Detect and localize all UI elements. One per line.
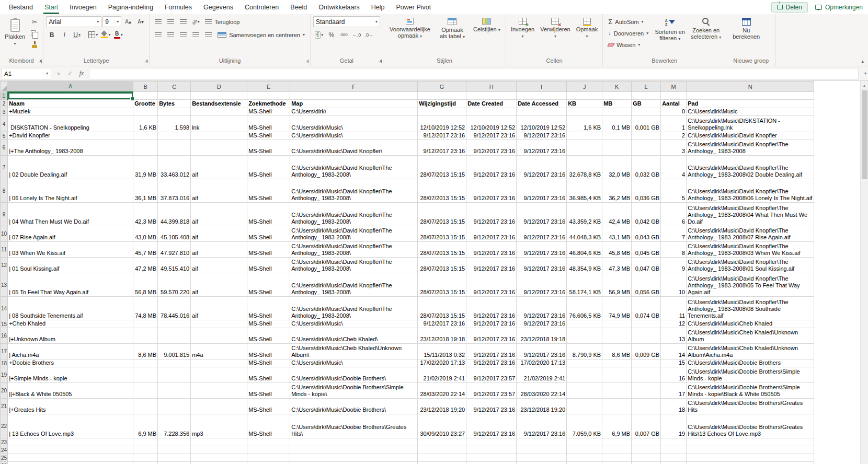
column-header-M[interactable]: M bbox=[661, 82, 687, 92]
cell-J17[interactable]: 8.790,9 KB bbox=[567, 344, 602, 359]
decrease-indent-button[interactable] bbox=[190, 29, 201, 40]
cell-E11[interactable]: MS-Shell bbox=[247, 242, 290, 258]
cell-J21[interactable] bbox=[567, 399, 602, 414]
cell-H15[interactable]: 9/12/2017 23:16 bbox=[466, 320, 517, 328]
cell-A1[interactable] bbox=[8, 92, 133, 100]
cell-K17[interactable]: 8,6 MB bbox=[602, 344, 632, 359]
cell-B7[interactable]: 31,9 MB bbox=[133, 156, 158, 179]
column-header-F[interactable]: F bbox=[290, 82, 418, 92]
cell-N12[interactable]: C:\Users\dirk\Music\David Knopfler\The A… bbox=[687, 258, 814, 273]
cell-K22[interactable]: 6,9 MB bbox=[602, 414, 632, 438]
column-header-K[interactable]: K bbox=[602, 82, 632, 92]
row-header-7[interactable]: 7 bbox=[1, 156, 8, 179]
cell-A8[interactable]: | 06 Lonely Is The Night.aif bbox=[8, 179, 133, 203]
cell-K23[interactable] bbox=[602, 438, 632, 446]
cell-L17[interactable]: 0,009 GB bbox=[632, 344, 661, 359]
find-select-button[interactable]: Zoeken en selecteren ▾ bbox=[689, 16, 723, 40]
cell-J25[interactable] bbox=[567, 454, 602, 462]
cell-D7[interactable]: aif bbox=[191, 156, 247, 179]
cell-I4[interactable]: 12/10/2019 12:52 bbox=[517, 116, 567, 132]
cell-I1[interactable] bbox=[517, 92, 567, 100]
cell-N1[interactable] bbox=[687, 92, 814, 100]
column-header-J[interactable]: J bbox=[567, 82, 602, 92]
align-top-button[interactable] bbox=[152, 16, 164, 27]
enter-button[interactable]: ✓ bbox=[65, 68, 75, 79]
cell-K4[interactable]: 0,1 MB bbox=[602, 116, 632, 132]
cell-G19[interactable]: 21/02/2019 2:41 bbox=[418, 367, 466, 383]
cell-K6[interactable] bbox=[602, 140, 632, 156]
cell-L15[interactable] bbox=[632, 320, 661, 328]
cell-N4[interactable]: C:\Users\dirk\Music\DISKSTATION - Snelko… bbox=[687, 116, 814, 132]
cell-N15[interactable]: C:\Users\dirk\Music\Cheb Khaled bbox=[687, 320, 814, 328]
column-header-D[interactable]: D bbox=[191, 82, 247, 92]
cell-L5[interactable] bbox=[632, 132, 661, 140]
cell-K8[interactable]: 36,2 MB bbox=[602, 179, 632, 203]
cell-A19[interactable]: |+Simple Minds - kopie bbox=[8, 367, 133, 383]
cell-E9[interactable]: MS-Shell bbox=[247, 203, 290, 226]
tab-bestand[interactable]: Bestand bbox=[3, 0, 39, 14]
cell-M10[interactable]: 7 bbox=[661, 226, 687, 242]
clear-button[interactable]: Wissen ▾ bbox=[606, 39, 651, 50]
delete-cells-button[interactable]: Verwijderen▾ bbox=[538, 16, 572, 39]
cell-C2[interactable]: Bytes bbox=[158, 100, 191, 108]
cell-N13[interactable]: C:\Users\dirk\Music\David Knopfler\The A… bbox=[687, 273, 814, 297]
column-header-C[interactable]: C bbox=[158, 82, 191, 92]
increase-decimal-button[interactable]: ←.0 bbox=[351, 29, 362, 40]
cell-K25[interactable] bbox=[602, 454, 632, 462]
cell-K20[interactable] bbox=[602, 383, 632, 399]
cell-I5[interactable]: 9/12/2017 23:16 bbox=[517, 132, 567, 140]
cell-E2[interactable]: Zoekmethode bbox=[247, 100, 290, 108]
fill-color-button[interactable]: ▾ bbox=[100, 29, 111, 40]
merge-center-button[interactable]: Samenvoegen en centreren ▾ bbox=[215, 29, 307, 40]
cell-A15[interactable]: +Cheb Khaled bbox=[8, 320, 133, 328]
cell-J6[interactable] bbox=[567, 140, 602, 156]
cell-A5[interactable]: +David Knopfler bbox=[8, 132, 133, 140]
cell-M7[interactable]: 4 bbox=[661, 156, 687, 179]
cut-button[interactable]: ✂ bbox=[29, 16, 40, 27]
accounting-format-button[interactable]: €▾ bbox=[313, 29, 325, 40]
row-header-4[interactable]: 4 bbox=[1, 116, 8, 132]
cell-G4[interactable]: 12/10/2019 12:52 bbox=[418, 116, 466, 132]
cell-N14[interactable]: C:\Users\dirk\Music\David Knopfler\The A… bbox=[687, 297, 814, 320]
cell-J12[interactable]: 48.354,9 KB bbox=[567, 258, 602, 273]
cell-I11[interactable]: 9/12/2017 23:16 bbox=[517, 242, 567, 258]
cell-H7[interactable]: 9/12/2017 23:16 bbox=[466, 156, 517, 179]
cell-N22[interactable]: C:\Users\dirk\Music\Doobie Brothers\Grea… bbox=[687, 414, 814, 438]
cell-H21[interactable]: 9/12/2017 23:16 bbox=[466, 399, 517, 414]
cell-I8[interactable]: 9/12/2017 23:16 bbox=[517, 179, 567, 203]
cell-A23[interactable] bbox=[8, 438, 133, 446]
number-format-combo[interactable]: Standaard ▾ bbox=[313, 16, 380, 27]
cell-H9[interactable]: 9/12/2017 23:16 bbox=[466, 203, 517, 226]
cell-K14[interactable]: 74,9 MB bbox=[602, 297, 632, 320]
cell-G6[interactable]: 9/12/2017 23:16 bbox=[418, 140, 466, 156]
cell-H8[interactable]: 9/12/2017 23:16 bbox=[466, 179, 517, 203]
cell-A21[interactable]: |+Greates Hits bbox=[8, 399, 133, 414]
cell-B9[interactable]: 42,3 MB bbox=[133, 203, 158, 226]
cell-C4[interactable]: 1.598 bbox=[158, 116, 191, 132]
cell-E22[interactable]: MS-Shell bbox=[247, 414, 290, 438]
cell-N16[interactable]: C:\Users\dirk\Music\Cheb Khaled\Unknown … bbox=[687, 328, 814, 344]
cell-M18[interactable]: 15 bbox=[661, 359, 687, 367]
cell-C1[interactable] bbox=[158, 92, 191, 100]
tab-start[interactable]: Start bbox=[39, 0, 64, 14]
cell-E17[interactable]: MS-Shell bbox=[247, 344, 290, 359]
cell-M8[interactable]: 5 bbox=[661, 179, 687, 203]
insert-cells-button[interactable]: Invoegen▾ bbox=[509, 16, 536, 39]
cell-I6[interactable]: 9/12/2017 23:16 bbox=[517, 140, 567, 156]
cell-B3[interactable] bbox=[133, 108, 158, 116]
cell-I15[interactable]: 9/12/2017 23:16 bbox=[517, 320, 567, 328]
percent-style-button[interactable]: % bbox=[326, 29, 337, 40]
cell-G7[interactable]: 28/07/2013 15:15 bbox=[418, 156, 466, 179]
cell-N8[interactable]: C:\Users\dirk\Music\David Knopfler\The A… bbox=[687, 179, 814, 203]
cell-A6[interactable]: |+The Anthology_ 1983-2008 bbox=[8, 140, 133, 156]
cell-B13[interactable]: 56,8 MB bbox=[133, 273, 158, 297]
cell-D5[interactable] bbox=[191, 132, 247, 140]
row-header-14[interactable]: 14 bbox=[1, 297, 8, 320]
cell-E10[interactable]: MS-Shell bbox=[247, 226, 290, 242]
fill-button[interactable]: ↓ Doorvoeren ▾ bbox=[606, 28, 651, 39]
cell-B20[interactable] bbox=[133, 383, 158, 399]
align-left-button[interactable] bbox=[152, 29, 164, 40]
cell-J9[interactable]: 43.359,2 KB bbox=[567, 203, 602, 226]
cell-J23[interactable] bbox=[567, 438, 602, 446]
cell-D4[interactable]: lnk bbox=[191, 116, 247, 132]
